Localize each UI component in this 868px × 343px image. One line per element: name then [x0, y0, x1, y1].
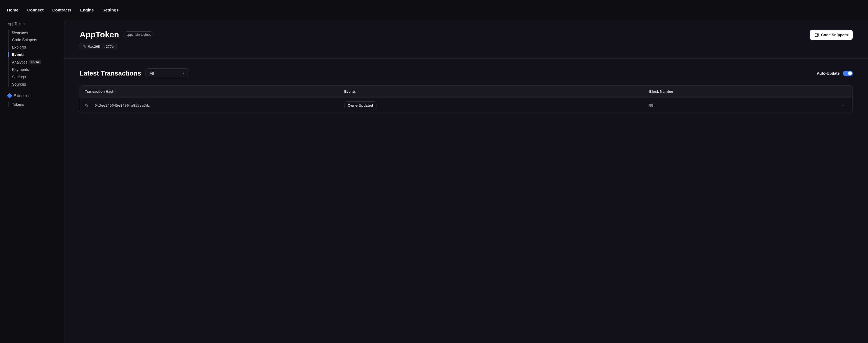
table-row[interactable]: 0x3ee246045e2406fa855ea3d… OwnerUpdated … [80, 97, 852, 113]
copy-icon [83, 45, 86, 48]
code-snippets-label: Code Snippets [821, 33, 848, 37]
sidebar-item-label: Analytics [12, 60, 27, 64]
sidebar-item-label: Payments [12, 67, 29, 72]
sidebar-item-label: Code Snippets [12, 38, 37, 42]
nav-home[interactable]: Home [7, 8, 19, 12]
code-snippets-button[interactable]: Code Snippets [810, 30, 853, 40]
nav-settings[interactable]: Settings [102, 8, 119, 12]
chevron-down-icon[interactable] [841, 104, 844, 107]
content-area: Latest Transactions All Auto-Update [64, 59, 868, 123]
sidebar-item-settings[interactable]: Settings [12, 74, 58, 80]
col-header-hash: Transaction Hash [85, 89, 344, 94]
sidebar-item-analytics[interactable]: Analytics BETA [12, 59, 58, 65]
auto-update-toggle[interactable] [843, 71, 853, 76]
page-title: AppToken [80, 30, 119, 39]
sidebar-heading: AppToken [8, 22, 58, 26]
sidebar-item-payments[interactable]: Payments [12, 67, 58, 72]
sidebar-item-explorer[interactable]: Explorer [12, 44, 58, 50]
controls-row: Latest Transactions All Auto-Update [80, 68, 853, 78]
sidebar: AppToken Overview Code Snippets Explorer… [0, 20, 64, 343]
event-filter-select[interactable]: All [145, 68, 189, 78]
event-filter-value: All [150, 71, 154, 75]
sidebar-item-code-snippets[interactable]: Code Snippets [12, 37, 58, 42]
sidebar-group-ext: Tokens [8, 102, 58, 107]
sidebar-item-label: Sources [12, 82, 26, 87]
toggle-knob [848, 71, 852, 75]
sidebar-group-main: Overview Code Snippets Explorer Events A… [8, 30, 58, 87]
col-header-block: Block Number [649, 89, 817, 94]
sidebar-item-label: Settings [12, 75, 26, 79]
event-chip: OwnerUpdated [344, 101, 376, 109]
sidebar-item-label: Explorer [12, 45, 26, 49]
nav-connect[interactable]: Connect [27, 8, 44, 12]
nav-engine[interactable]: Engine [80, 8, 94, 12]
events-table: Transaction Hash Events Block Number 0x3… [80, 85, 853, 114]
sidebar-item-tokens[interactable]: Tokens [12, 102, 58, 107]
chevron-down-icon [182, 72, 185, 75]
sidebar-item-label: Tokens [12, 102, 24, 106]
sidebar-item-sources[interactable]: Sources [12, 82, 58, 87]
sidebar-item-label: Overview [12, 30, 28, 35]
block-number: 99 [649, 103, 817, 107]
contract-address-chip[interactable]: 0xc26B...277b [80, 43, 117, 50]
nav-contracts[interactable]: Contracts [52, 8, 71, 12]
sidebar-item-events[interactable]: Events [12, 52, 58, 57]
sidebar-item-overview[interactable]: Overview [12, 30, 58, 35]
copy-icon[interactable] [85, 104, 88, 107]
beta-badge: BETA [29, 60, 41, 64]
sidebar-ext-label: Extensions [13, 94, 32, 98]
sidebar-item-label: Events [12, 52, 25, 57]
section-title: Latest Transactions [80, 69, 141, 77]
sidebar-extensions-heading: Extensions [8, 94, 58, 98]
auto-update-label: Auto-Update [817, 71, 840, 75]
chain-badge: appchain-testnet [123, 31, 154, 38]
code-icon [814, 33, 819, 37]
main-panel: AppToken appchain-testnet 0xc26B...277b [64, 20, 868, 343]
tx-hash: 0x3ee246045e2406fa855ea3d… [95, 103, 150, 107]
top-nav: Home Connect Contracts Engine Settings [0, 0, 868, 20]
page-header: AppToken appchain-testnet 0xc26B...277b [64, 20, 868, 59]
extension-icon [7, 93, 12, 98]
table-header: Transaction Hash Events Block Number [80, 86, 852, 97]
contract-address-text: 0xc26B...277b [88, 45, 114, 49]
col-header-events: Events [344, 89, 649, 94]
